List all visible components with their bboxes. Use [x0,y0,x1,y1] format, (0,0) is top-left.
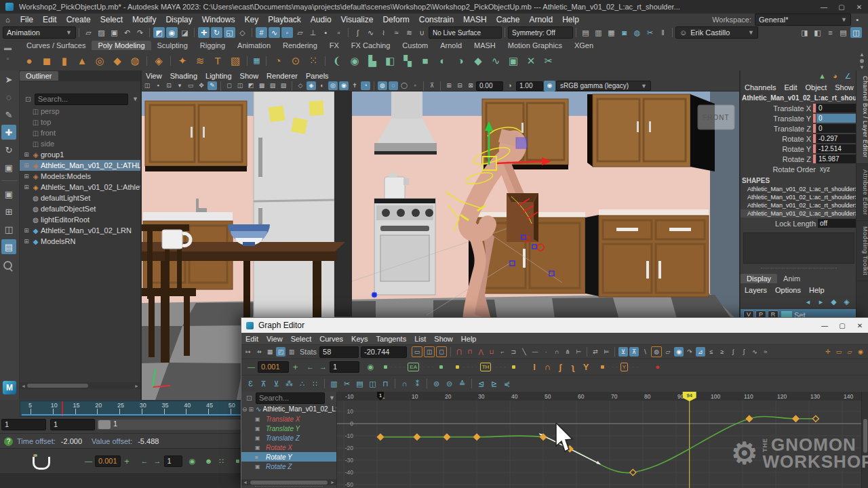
ge-search-input[interactable]: Search... [256,392,325,404]
time-snap-icon[interactable]: ⊻ [618,347,628,357]
shelf-item-menu-icon[interactable]: ◦ [2,53,14,64]
new-scene-icon[interactable]: ▱ [83,27,94,38]
menu-mash[interactable]: MASH [458,15,492,24]
channel-value-field[interactable]: -0.297 [816,134,856,143]
shape-item[interactable]: Athletic_Man_v01_02_L:ac_rt_shoulderShap… [741,193,857,201]
ghosting-editor-icon[interactable]: ▦ [251,56,262,66]
cut-tool-icon[interactable]: ✂ [540,53,557,69]
poly-torus-icon[interactable]: ◎ [92,53,108,69]
make-live-icon[interactable]: ⊥ [307,27,319,38]
channel-row-translate-z[interactable]: Translate Z0 [741,123,856,134]
ge-y-badge[interactable]: Y [620,363,628,371]
paint-select-tool-icon[interactable]: ✎ [1,107,16,122]
manipulator-display-icon[interactable]: ▲ [816,70,828,81]
scale-keys-icon[interactable]: ∴ [296,378,308,389]
outliner-item-top[interactable]: ◫top [20,117,140,127]
ge-stats-value-field[interactable]: -20.744 [361,346,407,358]
scale-tool-icon[interactable]: ◱ [224,27,235,38]
select-component-icon[interactable]: ◪ [179,27,191,38]
poly-cylinder-icon[interactable]: ▮ [56,53,73,69]
ge-search-caret-icon[interactable]: ▼ [329,394,335,401]
menu-deform[interactable]: Deform [378,15,414,24]
keyframe-12[interactable] [414,434,420,440]
open-as-panel-icon[interactable]: ✛ [823,347,833,357]
channel-box-object-name[interactable]: Athletic_Man_v01_02_L:ac_rt_shoulder [741,93,857,103]
live-surface-field[interactable]: No Live Surface [429,26,502,39]
outliner-item-athletic-man-v01-02-l-athletic-ma[interactable]: ⊞◈Athletic_Man_v01_02_L:ATHLETIC_MA [20,160,140,171]
outliner-item-defaultlightset[interactable]: ◍defaultLightSet [20,192,140,203]
linear-tangents-icon[interactable]: ⋀ [476,347,486,357]
auto-tangents-icon[interactable]: ╲ [519,347,529,357]
shadows-icon[interactable]: ▨ [268,81,277,90]
outliner-item-side[interactable]: ◫side [20,138,140,149]
aa-toggle-icon[interactable]: ▫ [410,81,420,90]
tab-modeling-toolkit[interactable]: Modeling Toolkit [856,221,868,281]
wireframe-icon[interactable]: ◻ [224,81,234,90]
four-pane-layout-icon[interactable]: ⊞ [1,204,16,219]
ge-ea-badge[interactable]: EA [408,363,419,371]
animbot-prev-key-icon[interactable]: ← [139,456,151,467]
ge-channel-rotate-y[interactable]: ■Rotate Y [241,452,336,462]
cut-keys-icon[interactable]: ✂ [341,378,353,389]
shaded-icon[interactable]: ◫ [235,81,245,90]
insert-keys-tool-icon[interactable]: ⁑ [412,378,423,389]
shelf-tab-fx-caching[interactable]: FX Caching [345,41,396,50]
viewport-menu-renderer[interactable]: Renderer [262,72,302,80]
ge-hscroll-left-icon[interactable]: ◄ [241,480,249,485]
range-slider-track[interactable]: 1 [97,420,241,430]
unify-tangents-icon[interactable]: ⊢ [574,347,583,357]
zoom-search-icon[interactable] [3,261,12,270]
colorspace-select[interactable]: sRGB gamma (legacy)▼ [556,81,651,91]
shelf-scroll-down-icon[interactable]: ▼ [857,64,867,70]
ge-stats-frame-field[interactable]: 58 [319,346,359,358]
wrap-deformer-icon[interactable]: ▚ [399,53,416,69]
break-tangents-icon[interactable]: ⋔ [563,347,572,357]
copy-keys-icon[interactable]: ▥ [328,378,340,389]
animbot-plus-icon[interactable]: + [121,456,133,467]
bake-channel-icon[interactable]: ⊻ [271,378,282,389]
animbot-minus-icon[interactable]: — [83,456,94,467]
sculpt-tool-icon[interactable]: ✦ [174,53,191,69]
ge-plus-icon[interactable]: + [290,362,301,373]
lower-cabinet-right[interactable] [585,209,709,297]
dof-icon[interactable]: ◯ [399,81,409,90]
menu-key[interactable]: Key [239,15,263,24]
user-account-select[interactable]: ☺ Erik Castillo▼ [675,26,758,39]
render-sequence-icon[interactable]: ✂ [644,27,656,38]
panel-splitter[interactable] [761,268,837,271]
menu-help[interactable]: Help [557,15,584,24]
ge-menu-tangents[interactable]: Tangents [372,335,411,343]
animbot-step-field[interactable]: 0.001 [95,455,121,467]
animbot-next-key-icon[interactable]: → [152,456,163,467]
menu-arnold[interactable]: Arnold [524,15,557,24]
buffer-snapshot-icon[interactable]: ∙ [541,347,551,357]
ge-record-icon[interactable]: ● [652,362,663,373]
workspace-select[interactable]: General*▼ [755,14,851,26]
channelbox-menu-show[interactable]: Show [831,83,858,92]
swap-buffer-icon[interactable]: ∩ [552,347,561,357]
ge-channel-rotate-x[interactable]: ▣Rotate X [241,443,336,452]
plane-surface-icon[interactable]: ■ [417,53,433,69]
pre-infinity-cycle-icon[interactable]: ∫ [728,347,738,357]
platonic-solid-icon[interactable]: ◈ [151,53,167,69]
sculpt-wax-icon[interactable]: ≋ [192,53,208,69]
joint-tool-icon[interactable]: ◔ [270,53,286,69]
ge-hscroll-thumb[interactable] [250,481,328,485]
lock-camera-icon[interactable]: ▪ [153,81,163,90]
camera-attributes-icon[interactable]: ⊡ [164,81,174,90]
animbot-slider-dot[interactable] [236,460,239,463]
use-all-lights-icon[interactable]: ▩ [257,81,267,90]
workspace-lock-icon[interactable]: ▪ [852,14,863,25]
single-pane-layout-icon[interactable]: ▣ [1,186,16,201]
range-slider-handle[interactable] [98,420,111,429]
ge-menu-select[interactable]: Select [287,335,316,343]
layer-menu-options[interactable]: Options [771,286,805,294]
clip-near-icon[interactable]: ⊞ [444,81,454,90]
channel-value-field[interactable]: 15.987 [816,155,856,163]
animbot-robot-icon[interactable]: ☻ [203,456,214,467]
ge-power-icon[interactable]: ◉ [365,362,376,373]
outliner-search-caret-icon[interactable]: ▼ [132,96,138,102]
blend-shape-icon[interactable]: ▙ [364,53,380,69]
bookmark-icon[interactable]: ▾ [175,81,184,90]
outliner-item-modelsrn[interactable]: ⊞◆ModelsRN [20,236,140,247]
